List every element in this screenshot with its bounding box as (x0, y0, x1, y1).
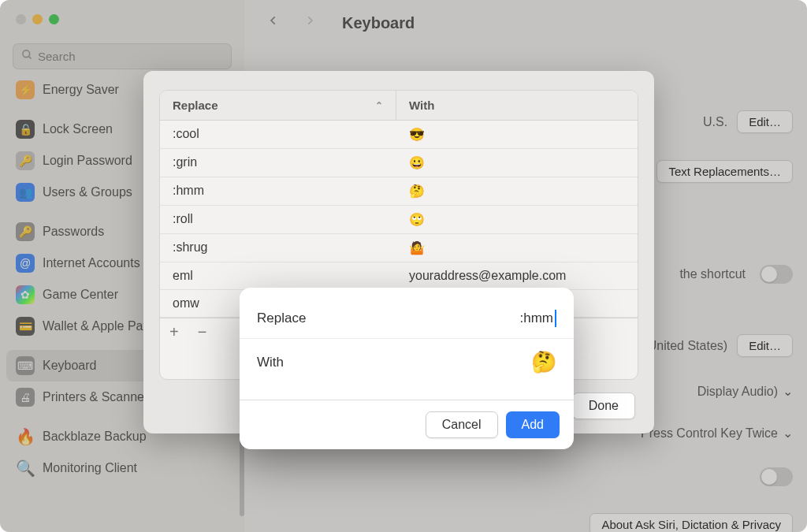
traffic-lights (16, 14, 59, 24)
input-source-label: U.S. (703, 115, 727, 129)
system-settings-window: ⚡ Energy Saver 🔒 Lock Screen 🔑 Login Pas… (0, 0, 807, 532)
replace-cell: :shrug (160, 234, 396, 262)
dictation-toggle[interactable] (760, 467, 793, 486)
with-cell: 😎 (396, 121, 638, 148)
forward-button[interactable] (299, 9, 320, 36)
sidebar-item-label: Printers & Scanners (43, 390, 154, 404)
backblaze-icon: 🔥 (16, 427, 35, 446)
add-replacement-modal: Replace :hmm With 🤔 Cancel Add (240, 288, 574, 449)
game-center-icon: ✿ (16, 285, 35, 304)
page-title: Keyboard (342, 14, 415, 32)
internet-accounts-icon: @ (16, 254, 35, 273)
edit-region-button[interactable]: Edit… (737, 334, 793, 357)
about-siri-dictation-button[interactable]: About Ask Siri, Dictation & Privacy (589, 513, 793, 532)
microphone-source-popup[interactable]: Display Audio) ⌄ (697, 384, 793, 399)
replace-input[interactable]: :hmm (520, 310, 557, 327)
with-cell: 🤷 (396, 234, 638, 262)
replace-cell: :grin (160, 149, 396, 177)
search-input[interactable] (38, 50, 223, 63)
users-groups-icon: 👥 (16, 183, 35, 202)
add-replacement-button[interactable]: + (160, 318, 188, 346)
modal-actions: Cancel Add (240, 400, 574, 449)
text-cursor (555, 310, 556, 327)
replace-cell: :hmm (160, 177, 396, 205)
svg-line-1 (28, 56, 31, 58)
add-button[interactable]: Add (506, 411, 560, 438)
sidebar-item-label: Keyboard (43, 359, 97, 373)
minimize-window-button[interactable] (32, 14, 43, 24)
wallet-icon: 💳 (16, 317, 35, 336)
sort-ascending-icon: ⌃ (375, 100, 383, 111)
sidebar-item-label: Monitoring Client (43, 461, 137, 475)
popup-arrows-icon: ⌄ (783, 384, 793, 399)
table-row[interactable]: :cool 😎 (160, 121, 638, 149)
shortcut-toggle[interactable] (760, 265, 793, 284)
sidebar-item-label: Wallet & Apple Pay (43, 319, 149, 333)
sidebar-item-label: Energy Saver (43, 83, 119, 97)
table-row[interactable]: :hmm 🤔 (160, 177, 638, 206)
edit-input-sources-button[interactable]: Edit… (737, 110, 793, 133)
energy-saver-icon: ⚡ (16, 80, 35, 99)
replace-cell: eml (160, 262, 396, 289)
keyboard-icon: ⌨ (16, 356, 35, 375)
sidebar-item-label: Login Password (43, 154, 132, 168)
table-row[interactable]: eml youraddress@example.com (160, 262, 638, 290)
replace-field-label: Replace (257, 311, 306, 326)
table-header: Replace ⌃ With (160, 91, 638, 121)
with-cell: 🙄 (396, 206, 638, 233)
replace-input-value: :hmm (520, 311, 554, 326)
with-cell: youraddress@example.com (396, 262, 638, 289)
lock-screen-icon: 🔒 (16, 120, 35, 139)
with-cell: 🤔 (396, 177, 638, 205)
done-button[interactable]: Done (572, 392, 635, 419)
login-password-icon: 🔑 (16, 151, 35, 170)
with-input-value: 🤔 (531, 350, 556, 374)
shortcut-text: the shortcut (679, 267, 746, 281)
sidebar-item-label: Backblaze Backup (43, 430, 147, 444)
sidebar-item-label: Passwords (43, 225, 104, 239)
close-window-button[interactable] (16, 14, 26, 24)
remove-replacement-button[interactable]: − (188, 318, 217, 346)
with-field-row: With 🤔 (240, 338, 574, 385)
with-input[interactable]: 🤔 (531, 350, 556, 374)
svg-point-0 (23, 50, 30, 58)
with-field-label: With (257, 355, 284, 370)
monitoring-icon: 🔍 (16, 459, 35, 478)
replace-field-row: Replace :hmm (240, 299, 574, 338)
modal-form: Replace :hmm With 🤔 (240, 288, 574, 396)
replace-cell: :roll (160, 206, 396, 233)
table-row[interactable]: :shrug 🤷 (160, 234, 638, 262)
sidebar-item-label: Internet Accounts (43, 256, 140, 270)
column-header-replace[interactable]: Replace ⌃ (160, 91, 396, 120)
zoom-window-button[interactable] (49, 14, 59, 24)
back-button[interactable] (263, 9, 284, 36)
toolbar: Keyboard (244, 0, 807, 36)
popup-arrows-icon: ⌄ (783, 426, 793, 441)
column-header-with[interactable]: With (396, 91, 638, 120)
sidebar-item-monitoring-client[interactable]: 🔍 Monitoring Client (6, 452, 238, 484)
table-row[interactable]: :roll 🙄 (160, 206, 638, 234)
printers-icon: 🖨 (16, 388, 35, 407)
sidebar-item-label: Game Center (43, 288, 118, 302)
search-field[interactable] (13, 43, 232, 69)
passwords-icon: 🔑 (16, 222, 35, 241)
text-replacements-button[interactable]: Text Replacements… (656, 160, 793, 183)
sidebar-item-label: Users & Groups (43, 185, 132, 199)
with-cell: 😀 (396, 149, 638, 177)
dictation-shortcut-popup[interactable]: Press Control Key Twice ⌄ (641, 426, 793, 441)
sheet-actions: Done (572, 392, 635, 419)
sidebar-item-label: Lock Screen (43, 122, 113, 136)
region-text: United States) (648, 339, 727, 353)
replace-cell: :cool (160, 121, 396, 148)
table-row[interactable]: :grin 😀 (160, 149, 638, 177)
cancel-button[interactable]: Cancel (426, 411, 498, 438)
search-icon (21, 49, 33, 64)
